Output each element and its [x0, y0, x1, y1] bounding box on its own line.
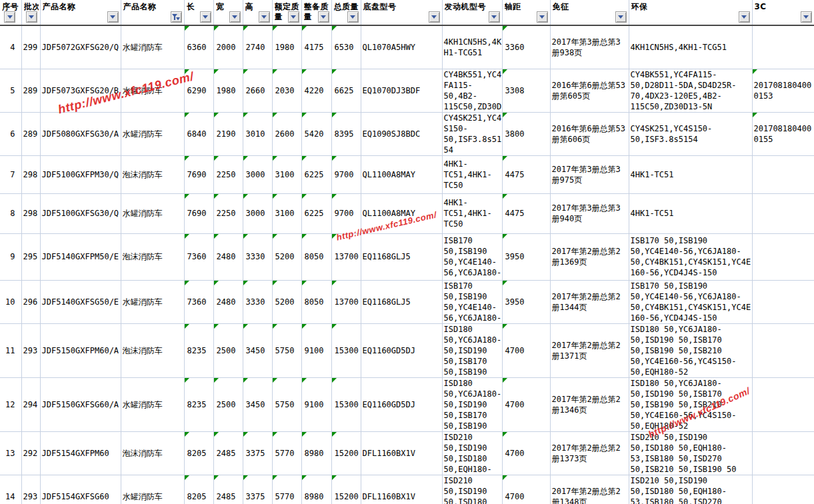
cell-batch[interactable]: 298 [21, 193, 40, 233]
cell-engine[interactable]: ISB170 50,ISB190 50,YC4E140-56,YC6JA180- [442, 233, 502, 280]
cell-ccc[interactable] [752, 25, 814, 69]
cell-hei[interactable]: 3450 [243, 323, 272, 377]
cell-gross[interactable]: 9700 [331, 193, 361, 233]
cell-seq[interactable]: 14 [0, 475, 21, 504]
cell-engine[interactable]: ISD210 50,ISD190 50,ISD180 50,EQH180- [442, 431, 502, 475]
cell-wid[interactable]: 2190 [213, 112, 243, 155]
cell-model[interactable]: JDF5100GXFSG30/Q [40, 193, 121, 233]
cell-exempt[interactable]: 2017年第2册总第2册1369页 [550, 233, 629, 280]
cell-hei[interactable]: 3010 [243, 112, 272, 155]
cell-name[interactable]: 水罐消防车 [121, 69, 184, 112]
cell-rated[interactable]: 5750 [272, 377, 301, 431]
cell-batch[interactable]: 292 [21, 431, 40, 475]
filter-button-gross[interactable] [347, 11, 359, 23]
cell-wheelbase[interactable]: 3950 [502, 280, 550, 323]
cell-env[interactable]: ISD210 50,ISD190 50,ISD180 50,EQH180-53,… [629, 475, 752, 504]
cell-exempt[interactable]: 2017年第3册总第3册975页 [550, 155, 629, 193]
cell-len[interactable]: 6840 [184, 112, 213, 155]
filter-button-ccc[interactable] [801, 11, 812, 23]
cell-engine[interactable]: ISD210 50,ISD190 50,ISD180 50,EQH180- [442, 475, 502, 504]
cell-batch[interactable]: 294 [21, 377, 40, 431]
cell-rated[interactable]: 5200 [272, 280, 301, 323]
cell-curb[interactable]: 6225 [301, 193, 331, 233]
cell-env[interactable]: ISB170 50,ISB190 50,YC4E140-56,YC6JA180-… [629, 233, 752, 280]
cell-name[interactable]: 泡沫消防车 [121, 233, 184, 280]
cell-gross[interactable]: 15200 [331, 475, 361, 504]
cell-model[interactable]: JDF5150GXFSG60/A [40, 377, 121, 431]
cell-wheelbase[interactable]: 3360 [502, 25, 550, 69]
cell-ccc[interactable] [752, 475, 814, 504]
cell-chassis[interactable]: EQ1160GD5DJ [361, 323, 442, 377]
filter-button-model[interactable] [107, 11, 119, 23]
cell-engine[interactable]: ISD180 50,YC6JA180-50,ISD190 50,ISB170 5… [442, 323, 502, 377]
cell-gross[interactable]: 13700 [331, 233, 361, 280]
cell-wid[interactable]: 2500 [213, 377, 243, 431]
cell-chassis[interactable]: QL1070A5HWY [361, 25, 442, 69]
cell-engine[interactable]: CY4SK251,YC4S150-50,ISF3.8s5154 [442, 112, 502, 155]
cell-gross[interactable]: 13700 [331, 280, 361, 323]
cell-model[interactable]: JDF5154GXFPM60 [40, 431, 121, 475]
cell-name[interactable]: 水罐消防车 [121, 280, 184, 323]
cell-rated[interactable]: 3100 [272, 155, 301, 193]
cell-engine[interactable]: 4HK1-TC51,4HK1-TC50 [442, 193, 502, 233]
cell-hei[interactable]: 3375 [243, 475, 272, 504]
cell-ccc[interactable] [752, 431, 814, 475]
filter-button-engine[interactable] [489, 11, 500, 23]
cell-gross[interactable]: 6625 [331, 69, 361, 112]
cell-rated[interactable]: 1980 [272, 25, 301, 69]
filter-button-wid[interactable] [229, 11, 241, 23]
cell-curb[interactable]: 8980 [301, 475, 331, 504]
cell-env[interactable]: ISD180 50,YC6JA180-50,ISD190 50,ISB170 5… [629, 377, 752, 431]
cell-engine[interactable]: ISB170 50,ISB190 50,YC4E140-56,YC6JA180- [442, 280, 502, 323]
filter-button-name[interactable] [171, 11, 182, 23]
filter-button-curb[interactable] [318, 11, 329, 23]
cell-curb[interactable]: 6225 [301, 155, 331, 193]
cell-wid[interactable]: 2485 [213, 431, 243, 475]
cell-batch[interactable]: 296 [21, 280, 40, 323]
filter-button-batch[interactable] [26, 11, 37, 23]
cell-batch[interactable]: 293 [21, 323, 40, 377]
cell-ccc[interactable] [752, 193, 814, 233]
cell-seq[interactable]: 12 [0, 377, 21, 431]
cell-seq[interactable]: 10 [0, 280, 21, 323]
cell-hei[interactable]: 3000 [243, 155, 272, 193]
cell-wid[interactable]: 2250 [213, 193, 243, 233]
cell-gross[interactable]: 15200 [331, 431, 361, 475]
cell-curb[interactable]: 5420 [301, 112, 331, 155]
cell-len[interactable]: 8205 [184, 431, 213, 475]
cell-ccc[interactable] [752, 323, 814, 377]
cell-batch[interactable]: 295 [21, 233, 40, 280]
cell-batch[interactable]: 289 [21, 112, 40, 155]
cell-wheelbase[interactable]: 3950 [502, 233, 550, 280]
cell-engine[interactable]: ISD180 50,YC6JA180-50,ISD190 50,ISB170 5… [442, 377, 502, 431]
cell-rated[interactable]: 5200 [272, 233, 301, 280]
cell-name[interactable]: 水罐消防车 [121, 193, 184, 233]
cell-hei[interactable]: 3000 [243, 193, 272, 233]
filter-button-exempt[interactable] [615, 11, 627, 23]
cell-ccc[interactable] [752, 280, 814, 323]
cell-chassis[interactable]: EQ1070DJ3BDF [361, 69, 442, 112]
cell-batch[interactable]: 299 [21, 25, 40, 69]
cell-model[interactable]: JDF5100GXFPM30/Q [40, 155, 121, 193]
cell-rated[interactable]: 3100 [272, 193, 301, 233]
cell-rated[interactable]: 5750 [272, 323, 301, 377]
cell-model[interactable]: JDF5154GXFSG60 [40, 475, 121, 504]
cell-wid[interactable]: 2480 [213, 233, 243, 280]
cell-ccc[interactable]: 2017081804000153 [752, 69, 814, 112]
cell-model[interactable]: JDF5072GXFSG20/Q [40, 25, 121, 69]
cell-curb[interactable]: 9100 [301, 377, 331, 431]
cell-name[interactable]: 泡沫消防车 [121, 323, 184, 377]
cell-seq[interactable]: 7 [0, 155, 21, 193]
filter-button-wheelbase[interactable] [537, 11, 548, 23]
cell-env[interactable]: ISD180 50,YC6JA180-50,ISD190 50,ISB170 5… [629, 323, 752, 377]
cell-wheelbase[interactable]: 4700 [502, 377, 550, 431]
cell-hei[interactable]: 3450 [243, 377, 272, 431]
cell-model[interactable]: JDF5080GXFSG30/A [40, 112, 121, 155]
cell-env[interactable]: 4HK1-TC51 [629, 155, 752, 193]
cell-name[interactable]: 泡沫消防车 [121, 155, 184, 193]
cell-env[interactable]: 4KH1CN5HS,4KH1-TCG51 [629, 25, 752, 69]
cell-wheelbase[interactable]: 4700 [502, 475, 550, 504]
filter-button-chassis[interactable] [429, 11, 440, 23]
cell-env[interactable]: 4HK1-TC51 [629, 193, 752, 233]
cell-exempt[interactable]: 2017年第2册总第2册1373页 [550, 431, 629, 475]
